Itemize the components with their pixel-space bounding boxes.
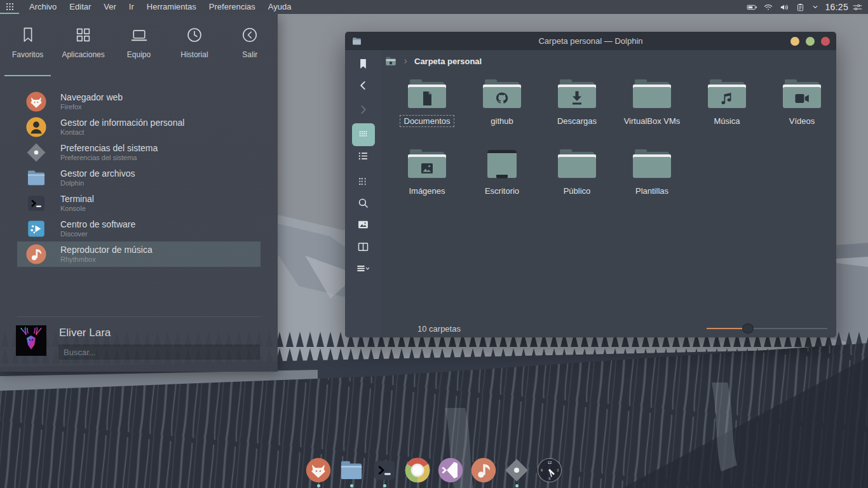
menubar-menu-item[interactable]: Ver [97,0,123,14]
folder-item[interactable]: Documentos [390,74,465,144]
dock-item[interactable] [437,457,464,487]
slider-handle[interactable] [742,323,754,334]
folder-item[interactable]: Vídeos [764,74,836,144]
favorite-app-row[interactable]: Terminal Konsole [17,191,261,216]
menu-icon [356,262,370,278]
dock-item[interactable] [503,457,530,487]
view-icons-icon [356,127,370,143]
running-indicator [515,484,519,487]
view-compact-icon [356,175,370,191]
app-title: Terminal [60,194,94,204]
toolbar-button[interactable] [352,215,375,236]
folder-icon-plain [557,149,597,182]
titlebar[interactable]: Carpeta personal — Dolphin [345,32,836,50]
app-launcher-button[interactable] [0,0,19,14]
app-title: Preferencias del sistema [60,143,158,153]
svg-text:6: 6 [549,477,551,480]
toolbar-button[interactable] [352,259,375,280]
favorite-app-row[interactable]: Reproductor de música Rhythmbox [17,241,261,267]
battery-icon[interactable] [747,2,757,13]
app-subtitle: Discover [60,230,135,238]
menubar-menu-item[interactable]: Preferencias [203,0,262,14]
folder-item[interactable]: Plantillas [614,144,689,214]
search-input[interactable] [58,344,261,360]
maximize-button[interactable] [806,37,815,46]
wifi-icon[interactable] [763,2,773,12]
favorite-app-row[interactable]: Gestor de información personal Kontact [17,114,261,140]
firefox-icon [305,457,332,484]
app-title: Gestor de archivos [60,168,135,179]
launcher-tab[interactable]: Salir [222,22,278,75]
zoom-slider[interactable] [707,323,827,334]
menubar-menu-item[interactable]: Herramientas [140,0,203,14]
dolphin-icon [25,167,47,189]
launcher-tab[interactable]: Historial [166,22,222,75]
app-subtitle: Kontact [60,128,184,137]
back-icon [356,79,370,95]
toolbar-button[interactable] [352,193,375,215]
files-icon [338,457,365,484]
favorite-app-row[interactable]: Gestor de archivos Dolphin [17,165,261,191]
dock-item[interactable] [470,457,497,487]
folder-item[interactable]: VirtualBox VMs [614,74,689,144]
dock-item[interactable]: 12369 [536,457,563,487]
menubar-menu-item[interactable]: Editar [63,0,97,14]
folder-home-icon[interactable] [384,55,397,67]
folder-icon-document [407,79,447,112]
breadcrumb-path[interactable]: Carpeta personal [414,57,482,66]
chevron-right-icon [402,57,410,65]
folder-icon-desktop [482,149,522,182]
folder-item[interactable]: Música [689,74,764,144]
folder-item[interactable]: github [465,74,539,144]
avatar[interactable] [16,325,46,356]
toolbar-button[interactable] [352,76,375,97]
launcher-tab-label: Historial [180,50,208,59]
apps-icon [74,25,93,44]
menubar-menu-item[interactable]: Ayuda [262,0,298,14]
dock-item[interactable] [404,457,431,487]
menubar-menu-item[interactable]: Ir [123,0,140,14]
folder-item[interactable]: Escritorio [465,144,539,214]
launcher-tab[interactable]: Aplicaciones [55,22,111,75]
app-title: Reproductor de música [60,245,153,255]
dock-item[interactable] [305,457,332,487]
clock[interactable]: 16:25 [825,2,848,12]
launcher-tab[interactable]: Favoritos [0,22,55,75]
favorite-app-row[interactable]: Centro de software Discover [17,216,261,241]
launcher-tab[interactable]: Equipo [111,22,166,75]
systemsettings-icon [25,142,47,163]
menubar-menus: ArchivoEditarVerIrHerramientasPreferenci… [23,0,297,14]
titlebar-folder-icon [351,36,362,46]
toolbar-button[interactable] [352,54,375,76]
slider-fill [707,328,748,329]
svg-text:9: 9 [541,468,543,472]
avatar-deer-image [16,325,46,356]
discover-icon [25,218,47,240]
dock-item[interactable] [338,457,365,487]
kontact-icon [25,116,47,138]
toolbar-button[interactable] [352,100,375,121]
dock-item[interactable] [371,457,398,487]
folder-item[interactable]: Público [539,144,614,214]
toolbar-button[interactable] [352,237,375,259]
favorite-app-row[interactable]: Preferencias del sistema Preferencias de… [17,140,261,165]
toolbar-button[interactable] [352,146,375,168]
apps-grid-icon [5,2,15,11]
folder-item[interactable]: Descargas [539,74,614,144]
folder-label: Escritorio [480,185,524,197]
minimize-button[interactable] [790,37,799,46]
chevron-down-icon[interactable] [811,3,820,11]
sliders-icon[interactable] [852,2,863,13]
clipboard-icon[interactable] [796,3,805,12]
toolbar-button[interactable] [352,123,375,146]
app-title: Gestor de información personal [60,118,184,128]
close-button[interactable] [821,37,830,46]
favorite-app-row[interactable]: Navegador web Firefox [17,89,261,114]
menubar-menu-item[interactable]: Archivo [23,0,63,14]
launcher-tab-label: Equipo [127,50,151,59]
computer-icon [130,25,149,44]
toolbar-button[interactable] [352,172,375,193]
app-subtitle: Rhythmbox [60,255,153,264]
folder-item[interactable]: Imágenes [390,144,465,214]
volume-icon[interactable] [779,2,790,13]
